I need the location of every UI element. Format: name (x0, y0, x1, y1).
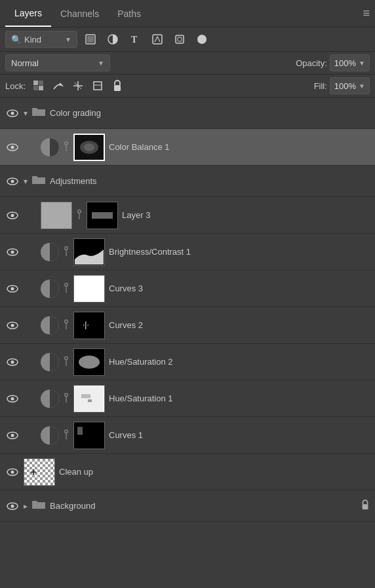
layer-thumbnail: ·|· (73, 312, 105, 339)
layer-name: Clean up (59, 467, 370, 477)
visibility-icon[interactable] (5, 245, 20, 259)
layer-thumbnail (73, 134, 105, 161)
collapse-icon[interactable]: ▾ (24, 109, 28, 118)
layer-row[interactable]: ·|· Curves 2 (0, 307, 375, 344)
folder-icon (31, 174, 46, 189)
layer-row[interactable]: ▾ Color grading (0, 98, 375, 129)
svg-rect-16 (94, 82, 102, 90)
filter-pixel-button[interactable] (81, 31, 100, 48)
lock-image-button[interactable] (50, 78, 66, 94)
lock-position-button[interactable] (70, 78, 86, 94)
svg-text:·|·: ·|· (83, 320, 89, 329)
opacity-arrow-icon: ▼ (359, 60, 365, 67)
visibility-icon[interactable] (5, 208, 20, 223)
collapse-icon[interactable]: ▾ (24, 177, 28, 186)
expand-icon[interactable]: ▸ (24, 502, 28, 511)
layer-name: Curves 3 (109, 284, 370, 293)
blend-mode-arrow-icon: ▼ (98, 60, 104, 67)
adjustment-icon (41, 316, 59, 335)
blend-mode-dropdown[interactable]: Normal ▼ (5, 54, 110, 71)
lock-row: Lock: Fill: 100% ▼ (0, 75, 375, 98)
filter-circle-button[interactable] (193, 31, 211, 48)
adjustment-icon (41, 138, 59, 156)
svg-rect-49 (75, 313, 104, 338)
layer-name: Background (50, 501, 357, 511)
svg-rect-6 (178, 37, 182, 41)
layer-thumbnail (73, 422, 105, 449)
layer-thumbnail (73, 385, 105, 413)
adjustment-icon (41, 426, 59, 445)
link-icon (63, 246, 69, 258)
svg-point-37 (11, 250, 14, 253)
layer-thumbnail (41, 202, 72, 229)
visibility-icon[interactable] (5, 140, 20, 155)
blend-row: Normal ▼ Opacity: 100% ▼ (0, 52, 375, 75)
layer-row[interactable]: Color Balance 1 (0, 129, 375, 166)
opacity-label: Opacity: (296, 58, 327, 68)
layer-name: Color Balance 1 (109, 142, 370, 152)
layer-thumbnail: + (24, 458, 55, 486)
link-icon (63, 356, 69, 368)
svg-rect-62 (81, 394, 90, 398)
visibility-icon[interactable] (5, 392, 20, 406)
lock-artboard-button[interactable] (90, 78, 106, 94)
svg-rect-1 (87, 36, 94, 43)
link-icon (63, 141, 69, 153)
layer-row[interactable]: Curves 1 (0, 417, 375, 454)
layer-name: Hue/Saturation 2 (109, 357, 370, 367)
svg-rect-8 (33, 81, 38, 85)
lock-transparency-button[interactable] (31, 78, 47, 94)
visibility-icon[interactable] (5, 282, 20, 296)
layer-name: Brightness/Contrast 1 (109, 247, 370, 257)
tab-layers[interactable]: Layers (5, 0, 51, 27)
layer-row[interactable]: Hue/Saturation 2 (0, 344, 375, 380)
adjustment-icon (41, 243, 59, 261)
svg-point-73 (11, 504, 14, 507)
link-icon (63, 282, 69, 295)
tab-channels[interactable]: Channels (51, 0, 108, 27)
fill-input[interactable]: 100% ▼ (330, 77, 370, 94)
layer-row[interactable]: ▾ Adjustments (0, 166, 375, 197)
filter-adjustment-button[interactable] (104, 31, 122, 48)
layer-row[interactable]: Curves 3 (0, 270, 375, 307)
layer-name: Curves 2 (109, 320, 370, 330)
layer-row[interactable]: Hue/Saturation 1 (0, 380, 375, 417)
tab-paths[interactable]: Paths (108, 0, 150, 27)
visibility-icon[interactable] (5, 465, 20, 479)
visibility-icon[interactable] (5, 428, 20, 443)
svg-point-29 (11, 179, 14, 183)
layer-thumbnail (73, 238, 105, 266)
tab-channels-label: Channels (60, 9, 99, 19)
layer-row[interactable]: Brightness/Contrast 1 (0, 234, 375, 270)
svg-rect-10 (33, 86, 38, 90)
svg-point-43 (65, 284, 68, 287)
visibility-icon[interactable] (5, 106, 20, 120)
svg-rect-9 (39, 81, 43, 85)
svg-rect-35 (92, 212, 113, 219)
visibility-icon[interactable] (5, 355, 20, 369)
adjustment-icon (41, 353, 59, 371)
layer-row[interactable]: + Clean up (0, 454, 375, 490)
filter-type-button[interactable]: T (126, 31, 144, 48)
svg-rect-63 (88, 399, 92, 402)
svg-rect-74 (363, 504, 368, 509)
layer-name: Curves 1 (109, 430, 370, 440)
tab-layers-label: Layers (14, 8, 42, 18)
kind-dropdown[interactable]: 🔍 Kind ▼ (5, 31, 77, 48)
layer-row[interactable]: Layer 3 (0, 197, 375, 234)
opacity-input[interactable]: 100% ▼ (330, 54, 370, 71)
panel-menu-icon[interactable]: ≡ (363, 7, 370, 20)
adjustment-icon (41, 390, 59, 408)
lock-all-button[interactable] (109, 78, 125, 94)
svg-point-47 (65, 320, 68, 323)
svg-rect-18 (114, 85, 121, 91)
adjustment-icon (41, 280, 59, 298)
visibility-icon[interactable] (5, 318, 20, 333)
filter-shape-button[interactable] (148, 31, 167, 48)
layer-name: Hue/Saturation 1 (109, 394, 370, 403)
visibility-icon[interactable] (5, 174, 20, 189)
svg-point-23 (65, 142, 68, 145)
layer-row[interactable]: ▸ Background (0, 490, 375, 522)
filter-smart-button[interactable] (170, 31, 189, 48)
visibility-icon[interactable] (5, 499, 20, 513)
